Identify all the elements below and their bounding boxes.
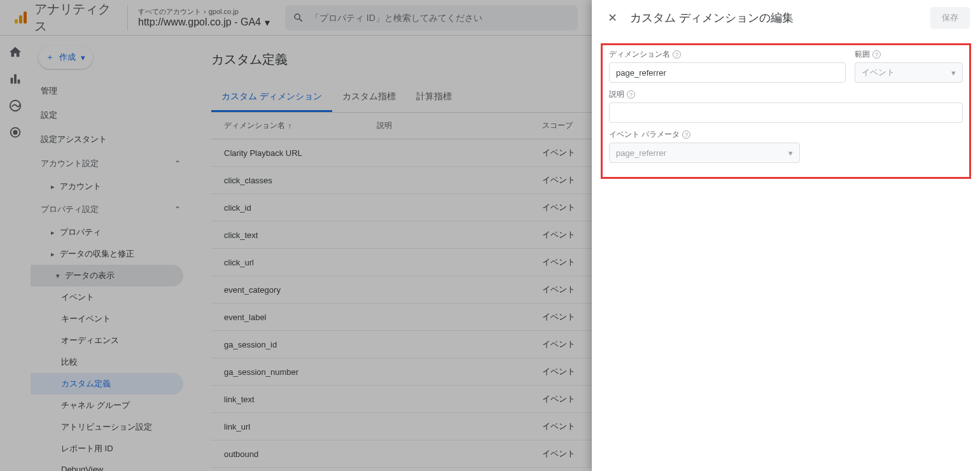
drawer-body: ディメンション名? 範囲? イベント▾ 説明? イベント パラメータ? page…	[592, 36, 980, 186]
close-icon: ✕	[608, 11, 617, 25]
save-button[interactable]: 保存	[930, 7, 970, 29]
help-icon[interactable]: ?	[682, 130, 690, 139]
label-scope: 範囲?	[855, 49, 963, 60]
label-dimension-name: ディメンション名?	[609, 49, 846, 60]
select-event-parameter[interactable]: page_referrer▾	[609, 143, 800, 163]
input-description[interactable]	[609, 102, 963, 123]
label-description: 説明?	[609, 89, 963, 100]
drawer-header: ✕ カスタム ディメンションの編集 保存	[592, 0, 980, 36]
help-icon[interactable]: ?	[673, 50, 681, 59]
label-event-parameter: イベント パラメータ?	[609, 129, 800, 140]
drawer-title: カスタム ディメンションの編集	[630, 10, 930, 25]
caret-down-icon: ▾	[788, 148, 793, 158]
close-button[interactable]: ✕	[602, 8, 622, 28]
help-icon[interactable]: ?	[872, 50, 881, 59]
input-dimension-name[interactable]	[609, 62, 846, 83]
select-parameter-value: page_referrer	[616, 148, 666, 158]
help-icon[interactable]: ?	[627, 90, 635, 99]
caret-down-icon: ▾	[951, 68, 956, 78]
edit-drawer: ✕ カスタム ディメンションの編集 保存 ディメンション名? 範囲? イベント▾…	[592, 0, 980, 471]
select-scope-value: イベント	[862, 67, 895, 78]
select-scope[interactable]: イベント▾	[855, 62, 963, 83]
highlight-box: ディメンション名? 範囲? イベント▾ 説明? イベント パラメータ? page…	[601, 43, 971, 179]
